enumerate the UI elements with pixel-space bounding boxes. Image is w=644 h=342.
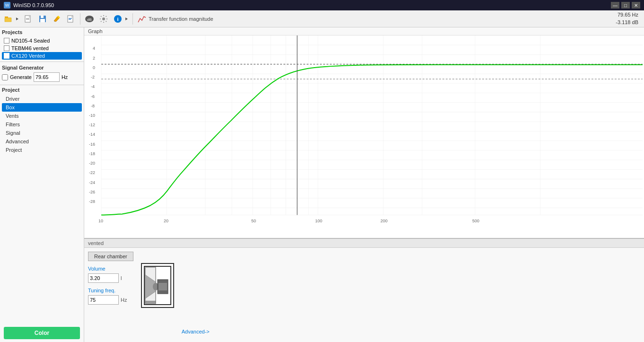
project-cx120-label: CX120 Vented [11, 53, 45, 59]
new-button[interactable] [22, 12, 35, 26]
volume-label[interactable]: Volume [88, 266, 133, 272]
project-nd105-checkbox[interactable] [4, 38, 9, 44]
generate-label: Generate [10, 74, 32, 80]
advanced-link[interactable]: Advanced-> [182, 329, 210, 334]
svg-text:-6: -6 [91, 94, 95, 99]
project-tebm46-label: TEBM46 vented [11, 45, 49, 51]
speaker-diagram [141, 263, 174, 308]
project-cx120-checkbox[interactable]: ✓ [4, 53, 9, 59]
svg-text:50: 50 [251, 219, 256, 223]
svg-text:100: 100 [315, 219, 322, 223]
minimize-button[interactable]: — [611, 2, 619, 9]
separator-2 [132, 13, 133, 25]
app-icon: W [4, 2, 10, 9]
tuning-label[interactable]: Tuning freq. [88, 288, 133, 293]
svg-text:500: 500 [472, 219, 479, 223]
db-button[interactable]: dB [83, 12, 96, 26]
svg-text:200: 200 [380, 219, 388, 223]
projects-title: Projects [2, 29, 82, 35]
svg-text:-14: -14 [89, 132, 95, 137]
graph-section-title: Graph [84, 27, 644, 35]
nav-vents[interactable]: Vents [2, 112, 82, 120]
freq-input[interactable]: 79.65 [34, 72, 60, 82]
svg-text:2: 2 [93, 56, 95, 61]
svg-text:-4: -4 [91, 84, 95, 89]
svg-text:-20: -20 [89, 161, 95, 166]
svg-text:10: 10 [98, 219, 103, 223]
project-nd105-label: ND105-4 Sealed [11, 38, 50, 44]
volume-field-row: l [88, 273, 133, 283]
main-layout: Projects ND105-4 Sealed TEBM46 vented ✓ … [0, 27, 644, 342]
vented-label: vented [84, 239, 644, 248]
signal-gen-title: Signal Generator [2, 65, 82, 70]
chart-container[interactable]: 4 2 0 -2 -4 -6 -8 -10 -12 -14 -16 -18 -2… [84, 35, 644, 237]
titlebar-left: W WinISD 0.7.0.950 [4, 2, 54, 9]
graph-icon [137, 15, 147, 23]
nav-filters[interactable]: Filters [2, 120, 82, 129]
project-tebm46[interactable]: TEBM46 vented [2, 44, 82, 52]
open-button[interactable] [2, 12, 15, 26]
box-controls: Rear chamber Volume l Tuning freq. Hz [88, 252, 133, 338]
tuning-field-row: Hz [88, 295, 133, 305]
svg-rect-81 [159, 283, 167, 290]
generate-checkbox[interactable] [2, 74, 8, 80]
volume-unit: l [121, 275, 122, 281]
tuning-unit: Hz [121, 297, 127, 303]
info-button[interactable]: i [111, 12, 124, 26]
generate-checkbox-row: Generate [2, 74, 32, 80]
svg-text:-16: -16 [89, 142, 95, 147]
settings-button[interactable] [97, 12, 110, 26]
db-display: -3.118 dB [616, 19, 638, 26]
color-button[interactable]: Color [4, 327, 80, 339]
separator-1 [80, 13, 80, 25]
svg-rect-6 [41, 16, 44, 18]
svg-text:-8: -8 [91, 104, 95, 108]
close-button[interactable]: ✕ [632, 2, 640, 9]
project-cx120[interactable]: ✓ CX120 Vented [2, 52, 82, 60]
projects-section: Projects ND105-4 Sealed TEBM46 vented ✓ … [0, 27, 84, 62]
speaker-svg [143, 265, 172, 306]
graph-label: Transfer function magnitude [149, 16, 213, 22]
volume-input[interactable] [88, 273, 119, 283]
chart-svg[interactable]: 4 2 0 -2 -4 -6 -8 -10 -12 -14 -16 -18 -2… [84, 35, 644, 237]
svg-text:-10: -10 [89, 113, 95, 118]
edit-button[interactable] [50, 12, 63, 26]
svg-text:-26: -26 [89, 190, 95, 194]
nav-advanced[interactable]: Advanced [2, 137, 82, 146]
titlebar: W WinISD 0.7.0.950 — □ ✕ [0, 0, 644, 10]
bottom-panel: vented Rear chamber Volume l Tuning freq… [84, 238, 644, 342]
app-title: WinISD 0.7.0.950 [13, 2, 54, 8]
freq-display: 79.65 Hz [616, 11, 638, 18]
project-tebm46-checkbox[interactable] [4, 45, 9, 51]
nav-box[interactable]: Box [2, 103, 82, 112]
svg-text:-2: -2 [91, 75, 95, 79]
nav-project[interactable]: Project [2, 146, 82, 154]
maximize-button[interactable]: □ [621, 2, 630, 9]
graph-area: Graph 4 2 0 -2 -4 -6 -8 -10 -12 -14 -16 … [84, 27, 644, 238]
titlebar-controls: — □ ✕ [611, 2, 640, 9]
speaker-diagram-container [141, 252, 174, 338]
svg-rect-0 [5, 17, 8, 18]
svg-text:-12: -12 [89, 123, 95, 127]
nav-signal[interactable]: Signal [2, 129, 82, 137]
bottom-content: Rear chamber Volume l Tuning freq. Hz [84, 248, 644, 342]
svg-point-14 [102, 18, 105, 20]
svg-text:0: 0 [93, 65, 95, 70]
toolbar: dB i Transfer function magnitude 79.65 H… [0, 10, 644, 27]
svg-text:4: 4 [93, 46, 95, 51]
project-nd105[interactable]: ND105-4 Sealed [2, 37, 82, 44]
svg-text:-18: -18 [89, 151, 95, 156]
project-nav: Project Driver Box Vents Filters Signal … [0, 85, 84, 324]
right-panel: Graph 4 2 0 -2 -4 -6 -8 -10 -12 -14 -16 … [84, 27, 644, 342]
export-button[interactable] [64, 12, 78, 26]
svg-text:-28: -28 [89, 199, 95, 204]
nav-driver[interactable]: Driver [2, 95, 82, 103]
signal-generator: Signal Generator Generate 79.65 Hz [0, 62, 84, 85]
rear-chamber-button[interactable]: Rear chamber [88, 252, 133, 261]
tuning-input[interactable] [88, 295, 119, 305]
freq-unit: Hz [62, 74, 68, 80]
svg-text:dB: dB [87, 18, 92, 22]
svg-text:i: i [117, 16, 118, 22]
save-button[interactable] [36, 12, 49, 26]
svg-text:-22: -22 [89, 170, 95, 175]
